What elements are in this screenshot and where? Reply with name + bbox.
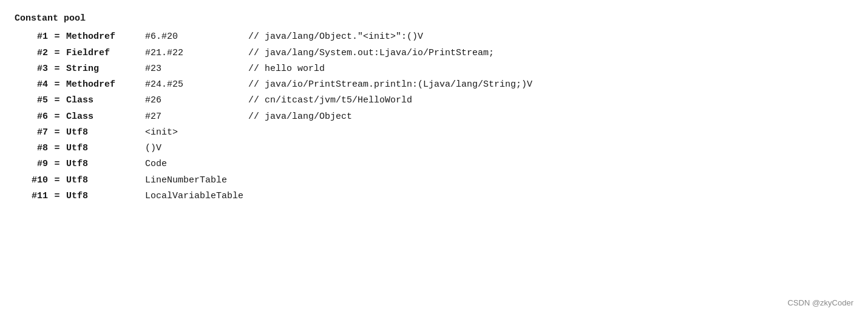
entry-equals: = — [48, 125, 66, 141]
entry-ref: #23 — [145, 61, 248, 77]
entry-index: #5 — [15, 93, 48, 108]
entry-equals: = — [48, 93, 66, 108]
entry-index: #6 — [15, 109, 48, 125]
entry-type: Class — [66, 93, 145, 108]
entry-type: Utf8 — [66, 173, 145, 189]
entry-ref: #6.#20 — [145, 29, 248, 45]
table-row: #3=String#23// hello world — [15, 61, 853, 77]
table-row: #1=Methodref#6.#20// java/lang/Object."<… — [15, 29, 853, 45]
entry-equals: = — [48, 141, 66, 156]
entry-type: String — [66, 61, 145, 77]
entry-type: Methodref — [66, 77, 145, 93]
entry-comment: // java/lang/Object."<init>":()V — [248, 29, 423, 45]
watermark: CSDN @zkyCoder — [787, 298, 853, 307]
entry-equals: = — [48, 173, 66, 189]
entry-type: Utf8 — [66, 156, 145, 172]
entry-equals: = — [48, 109, 66, 125]
table-row: #7=Utf8<init> — [15, 125, 853, 141]
entry-type: Utf8 — [66, 141, 145, 156]
entry-comment: // java/io/PrintStream.println:(Ljava/la… — [248, 77, 532, 93]
entry-index: #7 — [15, 125, 48, 141]
entry-equals: = — [48, 189, 66, 204]
entry-comment: // java/lang/System.out:Ljava/io/PrintSt… — [248, 45, 494, 61]
section-title: Constant pool — [15, 11, 853, 27]
entries-container: #1=Methodref#6.#20// java/lang/Object."<… — [15, 29, 853, 204]
entry-type: Methodref — [66, 29, 145, 45]
entry-ref: ()V — [145, 141, 248, 156]
entry-comment: // hello world — [248, 61, 325, 77]
entry-equals: = — [48, 61, 66, 77]
entry-ref: <init> — [145, 125, 248, 141]
entry-comment: // cn/itcast/jvm/t5/HelloWorld — [248, 93, 412, 108]
table-row: #4=Methodref#24.#25// java/io/PrintStrea… — [15, 77, 853, 93]
entry-index: #9 — [15, 156, 48, 172]
entry-equals: = — [48, 45, 66, 61]
entry-type: Utf8 — [66, 125, 145, 141]
table-row: #5=Class#26// cn/itcast/jvm/t5/HelloWorl… — [15, 93, 853, 108]
entry-type: Utf8 — [66, 189, 145, 204]
table-row: #11=Utf8LocalVariableTable — [15, 189, 853, 204]
entry-index: #4 — [15, 77, 48, 93]
entry-equals: = — [48, 29, 66, 45]
entry-index: #2 — [15, 45, 48, 61]
table-row: #8=Utf8()V — [15, 141, 853, 156]
entry-ref: LocalVariableTable — [145, 189, 248, 204]
entry-type: Class — [66, 109, 145, 125]
entry-ref: Code — [145, 156, 248, 172]
entry-index: #10 — [15, 173, 48, 189]
entry-comment: // java/lang/Object — [248, 109, 352, 125]
table-row: #9=Utf8Code — [15, 156, 853, 172]
entry-index: #11 — [15, 189, 48, 204]
table-row: #6=Class#27// java/lang/Object — [15, 109, 853, 125]
entry-index: #8 — [15, 141, 48, 156]
table-row: #10=Utf8LineNumberTable — [15, 173, 853, 189]
entry-ref: #21.#22 — [145, 45, 248, 61]
entry-equals: = — [48, 156, 66, 172]
entry-ref: LineNumberTable — [145, 173, 248, 189]
entry-ref: #24.#25 — [145, 77, 248, 93]
table-row: #2=Fieldref#21.#22// java/lang/System.ou… — [15, 45, 853, 61]
entry-equals: = — [48, 77, 66, 93]
entry-type: Fieldref — [66, 45, 145, 61]
entry-index: #1 — [15, 29, 48, 45]
code-container: Constant pool #1=Methodref#6.#20// java/… — [0, 0, 868, 215]
entry-ref: #26 — [145, 93, 248, 108]
entry-ref: #27 — [145, 109, 248, 125]
entry-index: #3 — [15, 61, 48, 77]
